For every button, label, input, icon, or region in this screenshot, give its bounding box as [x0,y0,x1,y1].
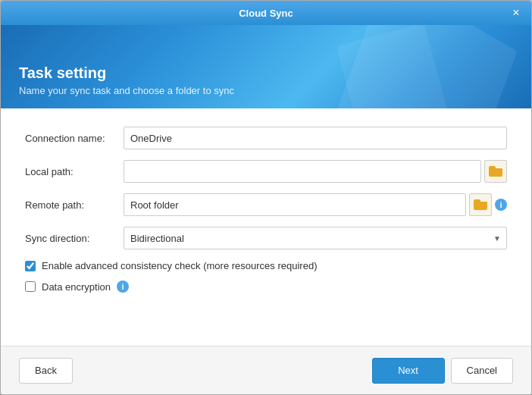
advanced-consistency-wrap: Enable advanced consistency check (more … [25,260,317,271]
data-encryption-label: Data encryption [42,281,111,293]
remote-path-wrap: i [124,193,507,216]
back-button[interactable]: Back [19,358,73,384]
remote-path-input[interactable] [124,193,466,216]
remote-path-label: Remote path: [25,199,124,211]
advanced-consistency-checkbox[interactable] [25,261,36,271]
remote-path-folder-button[interactable] [469,193,492,216]
data-encryption-checkbox[interactable] [25,281,36,292]
remote-path-info-icon[interactable]: i [495,199,507,211]
sync-direction-label: Sync direction: [25,233,124,244]
footer: Back Next Cancel [1,346,531,394]
content-area: Connection name: Local path: Remote path… [1,108,531,346]
local-path-wrap [124,160,507,183]
title-bar-text: Cloud Sync [239,8,293,19]
advanced-consistency-label: Enable advanced consistency check (more … [42,260,317,271]
data-encryption-info-icon[interactable]: i [117,281,129,293]
sync-direction-select-wrap: Bidirectional Download only Upload only … [124,227,507,249]
cancel-button[interactable]: Cancel [451,358,513,384]
title-bar: Cloud Sync × [1,1,531,25]
sync-direction-select[interactable]: Bidirectional Download only Upload only [124,227,507,249]
remote-path-folder-icon [474,199,487,210]
header-text: Task setting Name your sync task and cho… [19,64,234,96]
local-path-label: Local path: [25,166,124,177]
header-title: Task setting [19,64,234,82]
data-encryption-row: Data encryption i [25,281,507,293]
local-path-folder-button[interactable] [484,160,507,183]
header-banner: Task setting Name your sync task and cho… [1,25,531,108]
connection-name-input[interactable] [124,127,507,149]
local-path-input[interactable] [124,160,481,183]
footer-right: Next Cancel [372,358,513,384]
next-button[interactable]: Next [372,358,445,384]
connection-name-label: Connection name: [25,133,124,144]
advanced-consistency-row: Enable advanced consistency check (more … [25,260,507,271]
sync-direction-row: Sync direction: Bidirectional Download o… [25,227,507,249]
close-button[interactable]: × [509,5,524,20]
connection-name-wrap [124,127,507,149]
remote-path-row: Remote path: i [25,193,507,216]
data-encryption-wrap: Data encryption i [25,281,129,293]
local-path-row: Local path: [25,160,507,183]
local-path-folder-icon [489,166,502,177]
cloud-sync-dialog: Cloud Sync × Task setting Name your sync… [0,0,532,395]
connection-name-row: Connection name: [25,127,507,149]
header-subtitle: Name your sync task and choose a folder … [19,85,234,96]
sync-direction-wrap: Bidirectional Download only Upload only … [124,227,507,249]
